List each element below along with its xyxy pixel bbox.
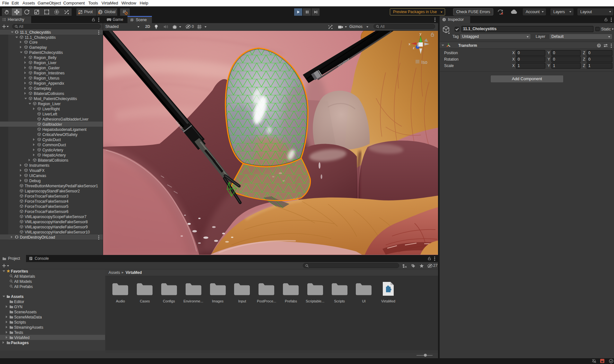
svg-text:Iso: Iso xyxy=(421,60,427,65)
svg-text:?: ? xyxy=(598,44,600,47)
svg-text:y: y xyxy=(419,32,421,36)
svg-text:x: x xyxy=(408,42,410,46)
svg-text:z: z xyxy=(413,46,415,50)
